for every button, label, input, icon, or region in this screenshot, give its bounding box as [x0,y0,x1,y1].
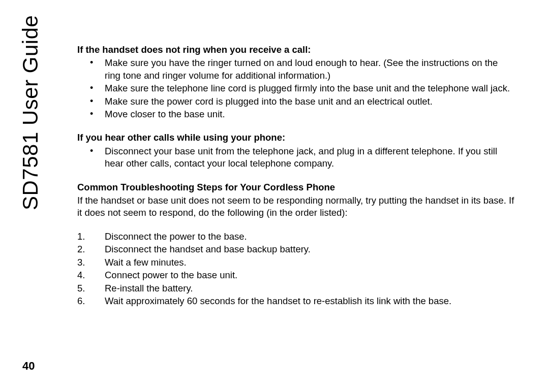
content-area: If the handset does not ring when you re… [77,44,514,308]
step-text: Wait a few minutes. [105,257,187,268]
step-text: Disconnect the power to the base. [105,231,247,242]
section2-list: Disconnect your base unit from the telep… [77,145,514,170]
list-item: 1.Disconnect the power to the base. [77,231,514,243]
section2-heading: If you hear other calls while using your… [77,132,514,144]
list-item: Make sure the telephone line cord is plu… [77,82,514,94]
section3-para: If the handset or base unit does not see… [77,194,514,219]
section3-steps: 1.Disconnect the power to the base. 2.Di… [77,231,514,307]
list-item: 4.Connect power to the base unit. [77,269,514,281]
section3-heading: Common Troubleshooting Steps for Your Co… [77,181,514,193]
list-item: Disconnect your base unit from the telep… [77,145,514,170]
section1-heading: If the handset does not ring when you re… [77,44,514,56]
list-item: Make sure the power cord is plugged into… [77,95,514,108]
section1-list: Make sure you have the ringer turned on … [77,57,514,120]
page-number: 40 [22,360,35,373]
list-item: 5.Re-install the battery. [77,282,514,295]
step-text: Wait approximately 60 seconds for the ha… [105,296,451,306]
list-item: 3.Wait a few minutes. [77,256,514,269]
side-title: SD7581 User Guide [18,15,43,210]
list-item: 6.Wait approximately 60 seconds for the … [77,295,514,307]
step-text: Re-install the battery. [105,283,193,293]
list-item: 2.Disconnect the handset and base backup… [77,243,514,255]
step-text: Disconnect the handset and base backup b… [105,244,311,254]
step-text: Connect power to the base unit. [105,270,237,280]
list-item: Move closer to the base unit. [77,108,514,120]
list-item: Make sure you have the ringer turned on … [77,57,514,82]
